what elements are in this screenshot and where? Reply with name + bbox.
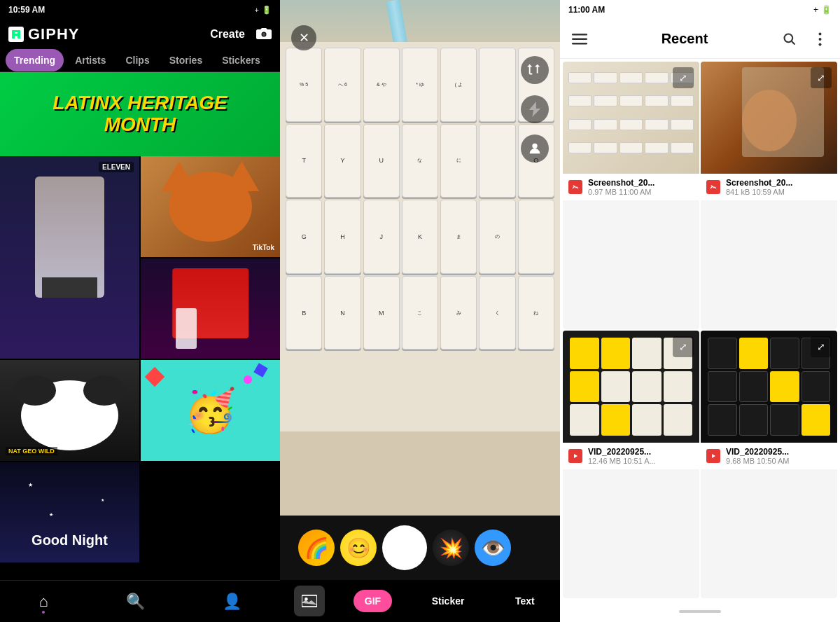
party-emoji: 🥳 <box>184 385 237 435</box>
file-card-4[interactable]: ⤢ VID_20220925... 9.68 MB 10:50 AM <box>701 331 837 598</box>
mode-sticker-button[interactable]: Sticker <box>421 590 476 612</box>
svg-point-12 <box>784 34 792 42</box>
gif-cell-panda[interactable]: NAT GEO WILD <box>0 360 139 461</box>
file-card-3[interactable]: ⤢ VID_20220925... 12.46 MB 10:51 A... <box>563 331 699 598</box>
file-name-3: VID_20220925... 12.46 MB 10:51 A... <box>588 447 656 465</box>
nav-profile[interactable]: 👤 <box>223 593 241 611</box>
svg-point-20 <box>711 186 713 187</box>
camera-face-button[interactable] <box>521 134 549 163</box>
create-button[interactable]: Create <box>210 28 245 41</box>
files-search-button[interactable] <box>776 25 804 53</box>
file-type-icon-2 <box>706 180 720 194</box>
gif-cell-dance[interactable]: ELEVEN <box>0 156 139 359</box>
file-card-2[interactable]: ⤢ Screenshot_20... 841 kB 10:59 AM <box>701 62 837 329</box>
file-info-4: VID_20220925... 9.68 MB 10:50 AM <box>701 443 837 469</box>
files-grid: ⤢ Screenshot_20... 0.97 MB 11:00 AM ⤢ <box>560 59 840 601</box>
camera-button[interactable] <box>256 27 272 43</box>
files-menu-button[interactable] <box>566 25 594 53</box>
camera-flash-button[interactable] <box>521 95 549 123</box>
files-bottom-handle <box>560 601 840 622</box>
battery-icon: 🔋 <box>262 6 272 15</box>
giphy-bottom-nav: ⌂ 🔍 👤 <box>0 580 280 622</box>
file-type-icon-1 <box>568 180 582 194</box>
gif-grid: ELEVEN TikTok <box>0 156 280 562</box>
eleven-badge: ELEVEN <box>99 162 134 172</box>
files-battery-icon: 🔋 <box>821 5 832 15</box>
key-j: J <box>363 200 400 274</box>
giphy-content-area: LATINX HERITAGEMONTH ELEVEN TikTok <box>0 72 280 580</box>
search-icon: 🔍 <box>126 593 145 611</box>
sticker-eye[interactable]: 👁️ <box>475 530 511 566</box>
giphy-header: GIPHY Create <box>0 20 280 49</box>
svg-point-5 <box>262 32 266 36</box>
files-more-button[interactable] <box>806 25 834 53</box>
svg-rect-10 <box>572 38 587 40</box>
giphy-status-time: 10:59 AM <box>8 5 45 15</box>
drag-handle[interactable] <box>679 610 721 613</box>
key-no: の <box>479 200 515 274</box>
camera-close-button[interactable]: ✕ <box>291 25 316 50</box>
key-mi: み <box>440 276 477 350</box>
key-empty1 <box>479 48 515 122</box>
key-ko: こ <box>402 276 438 350</box>
gif-cell-football[interactable] <box>141 258 280 359</box>
camera-mode-bar: GIF Sticker Text <box>280 580 560 622</box>
sticker-burst[interactable]: 💥 <box>433 530 469 566</box>
key-yo: ( よ <box>440 48 477 122</box>
camera-right-controls <box>521 56 549 163</box>
tab-stories[interactable]: Stories <box>161 49 211 71</box>
gif-cell-party[interactable]: 🥳 <box>141 360 280 461</box>
giphy-status-bar: 10:59 AM + 🔋 <box>0 0 280 20</box>
mode-text-button[interactable]: Text <box>504 590 546 612</box>
file-name-4: VID_20220925... 9.68 MB 10:50 AM <box>726 447 790 465</box>
file-expand-4[interactable]: ⤢ <box>811 336 832 357</box>
nav-search[interactable]: 🔍 <box>126 593 145 611</box>
giphy-logo: GIPHY <box>8 25 79 43</box>
banner-text: LATINX HERITAGEMONTH <box>52 92 227 136</box>
file-card-1[interactable]: ⤢ Screenshot_20... 0.97 MB 11:00 AM <box>563 62 699 329</box>
key-ne: ね <box>518 276 554 350</box>
files-header-actions <box>776 25 834 53</box>
capture-button[interactable] <box>382 525 427 570</box>
file-expand-3[interactable]: ⤢ <box>673 336 694 357</box>
nav-active-dot <box>42 611 45 614</box>
gif-cell-goodnight[interactable]: Good Night ★ ★ ★ <box>0 462 139 563</box>
gallery-button[interactable] <box>294 586 325 616</box>
key-t: T <box>286 124 322 198</box>
logo-icon <box>8 27 24 42</box>
svg-point-14 <box>819 32 822 35</box>
sticker-smiley[interactable]: 😊 <box>340 530 377 566</box>
file-thumbnail-2: ⤢ <box>701 62 837 174</box>
mode-gif-button[interactable]: GIF <box>354 590 392 612</box>
key-ma: ま <box>440 200 477 274</box>
key-ku: く <box>479 276 515 350</box>
nav-home[interactable]: ⌂ <box>38 593 48 611</box>
file-name-1: Screenshot_20... 0.97 MB 11:00 AM <box>588 178 654 196</box>
tiktok-badge: TikTok <box>253 244 274 251</box>
sticker-row: 🌈 😊 💥 👁️ <box>287 520 553 576</box>
bluetooth-icon: + <box>255 6 259 14</box>
latinx-banner: LATINX HERITAGEMONTH <box>0 72 280 156</box>
file-expand-2[interactable]: ⤢ <box>811 67 832 88</box>
profile-icon: 👤 <box>223 593 241 611</box>
sticker-bar: 🌈 😊 💥 👁️ <box>280 516 560 580</box>
key-percent: % 5 <box>286 48 322 122</box>
sticker-rainbow[interactable]: 🌈 <box>298 530 335 566</box>
tab-trending[interactable]: Trending <box>6 49 64 71</box>
svg-line-13 <box>792 41 795 44</box>
key-b: B <box>286 276 322 350</box>
key-empty4 <box>518 200 554 274</box>
tab-stickers[interactable]: Stickers <box>214 49 268 71</box>
tab-artists[interactable]: Artists <box>66 49 114 71</box>
key-ya: & や <box>363 48 400 122</box>
key-h: H <box>324 200 360 274</box>
tab-clips[interactable]: Clips <box>117 49 158 71</box>
keyboard-keys-area: % 5 へ 6 & や * ゆ ( よ T Y U な に O G H J K <box>280 42 560 431</box>
files-title: Recent <box>662 31 708 47</box>
camera-flip-button[interactable] <box>521 56 549 84</box>
gif-cell-cat[interactable]: TikTok <box>141 156 280 257</box>
file-expand-1[interactable]: ⤢ <box>673 67 694 88</box>
natgeo-badge: NAT GEO WILD <box>6 447 57 455</box>
file-info-1: Screenshot_20... 0.97 MB 11:00 AM <box>563 174 699 200</box>
camera-viewport: % 5 へ 6 & や * ゆ ( よ T Y U な に O G H J K <box>280 0 560 516</box>
